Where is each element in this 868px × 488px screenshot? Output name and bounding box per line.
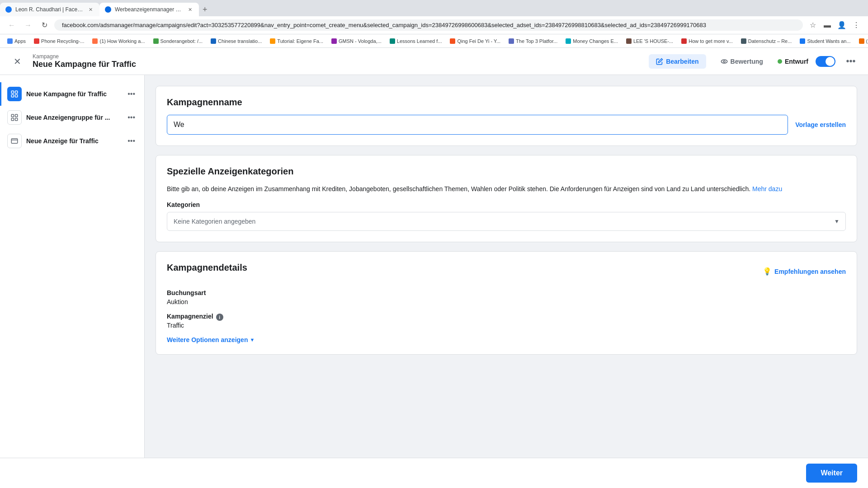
- sidebar-item-ad[interactable]: Neue Anzeige für Traffic •••: [0, 129, 144, 153]
- tab-2[interactable]: Werbeanzeigenmanager - We... ✕: [99, 3, 199, 16]
- campaign-dots-button[interactable]: •••: [126, 88, 137, 100]
- header-actions: Bearbeiten Bewertung Entwurf •••: [649, 53, 859, 70]
- bookmark-apps-label: Apps: [14, 38, 26, 44]
- bookmark-7-label: Lessons Learned f...: [397, 38, 442, 44]
- bookmark-3[interactable]: Sonderangebot: /...: [150, 37, 207, 45]
- status-badge: Entwurf: [778, 58, 808, 65]
- bookmark-1-label: Phone Recycling-...: [41, 38, 84, 44]
- bookmark-6-icon: [331, 38, 337, 44]
- bookmark-9-icon: [509, 38, 514, 44]
- weitere-label: Weitere Optionen anzeigen: [167, 336, 248, 343]
- address-bar[interactable]: [54, 19, 803, 31]
- reload-button[interactable]: ↻: [38, 19, 51, 32]
- empfehlungen-button[interactable]: 💡 Empfehlungen ansehen: [763, 267, 846, 276]
- bewertung-label: Bewertung: [731, 58, 763, 65]
- bookmark-3-label: Sonderangebot: /...: [160, 38, 203, 44]
- kampagnenname-card: Kampagnenname Vorlage erstellen: [156, 86, 857, 146]
- spezielle-description: Bitte gib an, ob deine Anzeigen im Zusam…: [167, 184, 846, 194]
- bookmark-15[interactable]: (2) How To Add A...: [855, 37, 868, 45]
- tab-2-close[interactable]: ✕: [186, 6, 193, 13]
- bookmark-8-label: Qing Fei De Yi - Y...: [457, 38, 500, 44]
- bookmark-star-button[interactable]: ☆: [807, 19, 819, 32]
- extensions-button[interactable]: ▬: [821, 19, 834, 32]
- edit-icon: [656, 58, 663, 65]
- bookmark-2[interactable]: (1) How Working a...: [89, 37, 148, 45]
- bookmark-1[interactable]: Phone Recycling-...: [30, 37, 88, 45]
- bearbeiten-button[interactable]: Bearbeiten: [649, 54, 706, 69]
- nav-bar: ← → ↻ ☆ ▬ 👤 ⋮: [0, 16, 868, 34]
- breadcrumb: Kampagne: [33, 53, 642, 60]
- footer-bar: Weiter: [0, 458, 868, 488]
- tab-1-close[interactable]: ✕: [87, 6, 94, 13]
- bookmark-7-icon: [390, 38, 395, 44]
- bookmark-11[interactable]: LEE 'S HOUSE-...: [623, 37, 677, 45]
- nav-actions: ☆ ▬ 👤 ⋮: [807, 19, 863, 32]
- bookmark-14[interactable]: Student Wants an...: [796, 37, 854, 45]
- tab-bar: Leon R. Chaudhari | Facebook ✕ Werbeanze…: [0, 0, 868, 16]
- svg-rect-9: [15, 118, 18, 121]
- mehr-dazu-link[interactable]: Mehr dazu: [752, 185, 782, 192]
- bookmark-1-icon: [34, 38, 39, 44]
- status-label: Entwurf: [785, 58, 808, 65]
- svg-rect-4: [11, 95, 14, 97]
- bookmark-11-label: LEE 'S HOUSE-...: [633, 38, 673, 44]
- bookmark-apps[interactable]: Apps: [4, 37, 29, 45]
- bookmark-7[interactable]: Lessons Learned f...: [386, 37, 446, 45]
- back-button[interactable]: ←: [5, 19, 18, 32]
- bookmark-12[interactable]: How to get more v...: [678, 37, 736, 45]
- svg-rect-10: [11, 139, 18, 144]
- weitere-optionen-button[interactable]: Weitere Optionen anzeigen ▼: [167, 336, 255, 343]
- bookmark-apps-icon: [7, 38, 13, 44]
- tab-1[interactable]: Leon R. Chaudhari | Facebook ✕: [0, 3, 99, 16]
- app-content: ✕ Kampagne Neue Kampagne für Traffic Bea…: [0, 48, 868, 488]
- vorlage-erstellen-link[interactable]: Vorlage erstellen: [795, 121, 846, 128]
- profile-button[interactable]: 👤: [835, 19, 848, 32]
- bulb-icon: 💡: [763, 267, 772, 276]
- adgroup-dots-button[interactable]: •••: [126, 112, 137, 123]
- ad-icon: [7, 134, 22, 148]
- sidebar-item-adgroup[interactable]: Neue Anzeigengruppe für ... •••: [0, 106, 144, 129]
- status-toggle[interactable]: [816, 56, 835, 67]
- bewertung-button[interactable]: Bewertung: [713, 54, 770, 69]
- campaign-name-row: Vorlage erstellen: [167, 115, 846, 135]
- ad-dots-button[interactable]: •••: [126, 135, 137, 147]
- bookmark-4[interactable]: Chinese translatio...: [207, 37, 265, 45]
- new-tab-button[interactable]: +: [199, 3, 211, 16]
- empfehlungen-label: Empfehlungen ansehen: [774, 268, 846, 275]
- main-layout: Neue Kampagne für Traffic ••• Neue Anzei…: [0, 75, 868, 458]
- close-button[interactable]: ✕: [9, 53, 25, 70]
- bookmark-10[interactable]: Money Changes E...: [562, 37, 622, 45]
- eye-icon: [721, 58, 728, 65]
- buchungsart-label: Buchungsart: [167, 289, 846, 296]
- more-options-button[interactable]: •••: [843, 53, 859, 70]
- campaign-name-input[interactable]: [167, 115, 788, 135]
- ad-item-label: Neue Anzeige für Traffic: [26, 137, 121, 145]
- tab-2-title: Werbeanzeigenmanager - We...: [115, 6, 183, 13]
- page-title: Neue Kampagne für Traffic: [33, 60, 642, 69]
- kategorien-select-wrapper: Keine Kategorien angegeben Kredite Besch…: [167, 212, 846, 231]
- header-title-block: Kampagne Neue Kampagne für Traffic: [33, 53, 642, 69]
- bookmark-8[interactable]: Qing Fei De Yi - Y...: [446, 37, 504, 45]
- sidebar-item-campaign[interactable]: Neue Kampagne für Traffic •••: [0, 82, 144, 106]
- campaign-item-label: Neue Kampagne für Traffic: [26, 90, 121, 98]
- bookmark-12-icon: [681, 38, 687, 44]
- content-area: Kampagnenname Vorlage erstellen Speziell…: [145, 75, 868, 458]
- sidebar: Neue Kampagne für Traffic ••• Neue Anzei…: [0, 75, 145, 458]
- bookmark-13[interactable]: Datenschutz – Re...: [737, 37, 796, 45]
- forward-button[interactable]: →: [22, 19, 34, 32]
- buchungsart-value: Auktion: [167, 298, 846, 305]
- bookmark-6-label: GMSN - Vologda,...: [339, 38, 382, 44]
- bookmark-5[interactable]: Tutorial: Eigene Fa...: [266, 37, 327, 45]
- info-icon[interactable]: i: [216, 314, 223, 321]
- bookmark-9[interactable]: The Top 3 Platfor...: [505, 37, 561, 45]
- bookmark-6[interactable]: GMSN - Vologda,...: [328, 37, 385, 45]
- weiter-button[interactable]: Weiter: [806, 464, 857, 483]
- svg-rect-5: [15, 95, 18, 97]
- app-header: ✕ Kampagne Neue Kampagne für Traffic Bea…: [0, 48, 868, 75]
- menu-button[interactable]: ⋮: [850, 19, 863, 32]
- bookmark-14-icon: [800, 38, 805, 44]
- kategorien-select[interactable]: Keine Kategorien angegeben Kredite Besch…: [167, 212, 846, 231]
- bookmark-5-icon: [270, 38, 275, 44]
- bookmark-14-label: Student Wants an...: [807, 38, 850, 44]
- spezielle-title: Spezielle Anzeigenkategorien: [167, 166, 846, 177]
